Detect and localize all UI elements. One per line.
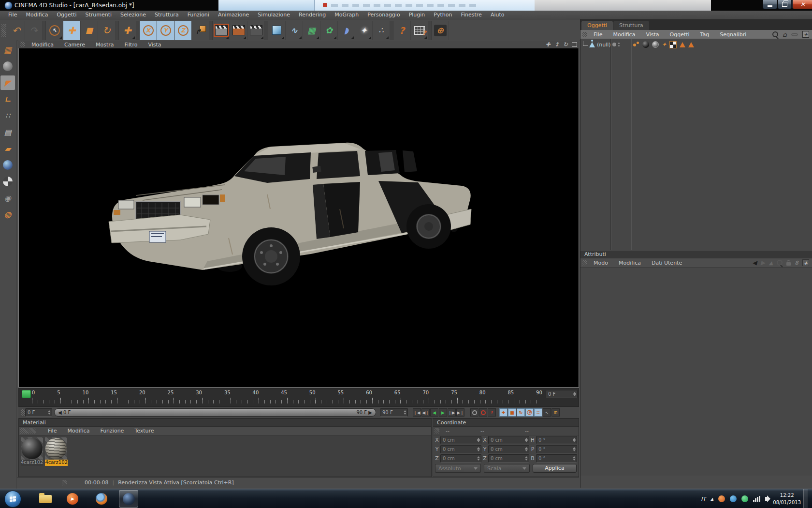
link-objects-icon[interactable]: 8 (795, 260, 798, 266)
menu-rendering[interactable]: Rendering (294, 12, 330, 18)
object-list[interactable]: (null) ✦ (580, 39, 812, 250)
spinner-arrows-icon[interactable] (573, 390, 576, 398)
render-view-button[interactable] (213, 21, 230, 40)
texture-axis-mode-button[interactable]: ∟ (0, 92, 15, 106)
display-tag-icon[interactable] (633, 41, 639, 48)
current-frame-field[interactable]: 0 F (25, 408, 52, 417)
menu-file[interactable]: File (4, 12, 21, 18)
home-icon[interactable]: ⌂ (783, 31, 787, 38)
zoom-view-icon[interactable]: ↕ (554, 41, 559, 48)
spinner-arrows-icon[interactable] (525, 436, 528, 444)
lock-y-axis-button[interactable]: Y (157, 21, 174, 40)
move-tool-button[interactable]: ✚ (63, 21, 81, 40)
menu-mograph[interactable]: MoGraph (330, 12, 363, 18)
goto-end-button[interactable]: ▶❘ (456, 408, 464, 417)
spinner-arrows-icon[interactable] (525, 455, 528, 462)
add-environment-button[interactable]: ✦ (355, 21, 373, 40)
previous-key-button[interactable]: ◀❘ (421, 408, 430, 417)
object-mode-button[interactable]: ◤ (0, 75, 15, 90)
pos-x-field[interactable]: 0 cm (440, 436, 481, 444)
menu-python[interactable]: Python (429, 12, 456, 18)
filter-eye-icon[interactable] (791, 33, 798, 36)
object-manager-grip[interactable] (582, 32, 587, 37)
spinner-arrows-icon[interactable] (525, 446, 528, 453)
history-forward-icon[interactable]: ▶ (761, 259, 765, 266)
render-picture-viewer-button[interactable] (230, 21, 247, 40)
key-parameter-button[interactable]: Ⓟ (525, 408, 534, 417)
last-tool-button[interactable]: ✚ (119, 21, 136, 40)
scale-tool-button[interactable]: ■ (81, 21, 98, 40)
record-keyframe-button[interactable] (479, 408, 487, 417)
lock-x-axis-button[interactable]: X (140, 21, 157, 40)
points-mode-button[interactable]: ∷ (0, 108, 15, 123)
visibility-toggles[interactable] (612, 43, 620, 46)
spinner-arrows-icon[interactable] (573, 446, 576, 453)
column-divider[interactable] (610, 39, 611, 250)
materials-menu-modifica[interactable]: Modifica (62, 428, 95, 434)
language-indicator[interactable]: IT (701, 496, 706, 502)
phong-tag-icon[interactable]: ✦ (662, 41, 667, 48)
play-button[interactable]: ▶ (439, 408, 447, 417)
render-settings-button[interactable] (247, 21, 265, 40)
key-scale-button[interactable]: ■ (508, 408, 516, 417)
om-menu-modifica[interactable]: Modifica (608, 31, 640, 38)
search-icon[interactable] (777, 260, 783, 266)
show-desktop-button[interactable] (803, 489, 808, 508)
search-icon[interactable] (772, 31, 778, 37)
rot-p-field[interactable]: 0 ° (536, 445, 577, 453)
menu-oggetti[interactable]: Oggetti (52, 12, 81, 18)
materials-menu-funzione[interactable]: Funzione (95, 428, 129, 434)
restore-button[interactable] (778, 0, 792, 9)
menu-aiuto[interactable]: Aiuto (486, 12, 509, 18)
om-menu-file[interactable]: File (588, 31, 608, 38)
coordinate-system-button[interactable]: ↱ (192, 21, 209, 40)
play-backwards-button[interactable]: ◀ (430, 408, 438, 417)
start-button[interactable] (4, 491, 21, 508)
material-preview[interactable] (21, 437, 43, 460)
record-off-button[interactable] (470, 408, 478, 417)
timeline-frame-field[interactable]: 0 F (546, 390, 578, 398)
add-mograph-button[interactable]: ✿ (320, 21, 338, 40)
rot-h-field[interactable]: 0 ° (536, 436, 577, 444)
pos-y-field[interactable]: 0 cm (440, 445, 481, 453)
minimize-button[interactable] (763, 0, 777, 9)
hidden-icons-arrow[interactable]: ▲ (710, 497, 713, 501)
frame-range-slider[interactable]: ◀ 0 F 90 F ▶ (54, 408, 376, 417)
render-visibility-icon[interactable] (618, 43, 620, 46)
viewport-menu-filtro[interactable]: Filtro (119, 42, 143, 48)
add-spline-button[interactable]: ∿ (286, 21, 303, 40)
goto-start-button[interactable]: ❘◀ (413, 408, 421, 417)
close-button[interactable]: ✕ (792, 0, 812, 9)
normal-tag-icon[interactable] (680, 42, 685, 47)
next-key-button[interactable]: ❘▶ (448, 408, 456, 417)
attr-menu-modo[interactable]: Modo (588, 260, 613, 266)
lock-icon[interactable] (786, 262, 791, 266)
add-cube-button[interactable] (268, 21, 286, 40)
polygons-mode-button[interactable]: ▰ (0, 141, 15, 156)
help-button[interactable]: ? (393, 21, 411, 40)
pos-z-field[interactable]: 0 cm (440, 454, 481, 463)
rotate-tool-button[interactable]: ↻ (98, 21, 116, 40)
object-name[interactable]: (null) (597, 42, 611, 48)
normal-tag-icon[interactable] (688, 42, 694, 47)
statusbar-grip[interactable] (62, 480, 67, 486)
material-name[interactable]: 4carz102 (45, 460, 67, 466)
om-menu-oggetti[interactable]: Oggetti (665, 31, 695, 38)
column-divider[interactable] (631, 39, 631, 250)
viewport-menu-mostra[interactable]: Mostra (90, 42, 119, 48)
redo-button[interactable]: ↷ (25, 21, 43, 40)
attribute-grip[interactable] (582, 260, 587, 266)
materials-menu-texture[interactable]: Texture (129, 428, 159, 434)
material-tag-icon[interactable] (642, 41, 649, 48)
rotate-view-icon[interactable]: ↻ (563, 41, 568, 48)
taskbar-media-player[interactable]: ▶ (63, 490, 82, 508)
add-ffd-button[interactable]: ▦ (303, 21, 320, 40)
menu-plugin[interactable]: Plugin (405, 12, 430, 18)
network-icon[interactable] (753, 496, 760, 502)
edges-mode-button[interactable]: ▤ (0, 125, 15, 139)
attribute-content[interactable] (580, 268, 812, 476)
menu-simulazione[interactable]: Simulazione (253, 12, 294, 18)
autokey-pointer-button[interactable]: ↖ (543, 408, 551, 417)
object-row[interactable]: (null) ✦ (580, 40, 812, 49)
materials-grip[interactable] (20, 428, 36, 433)
